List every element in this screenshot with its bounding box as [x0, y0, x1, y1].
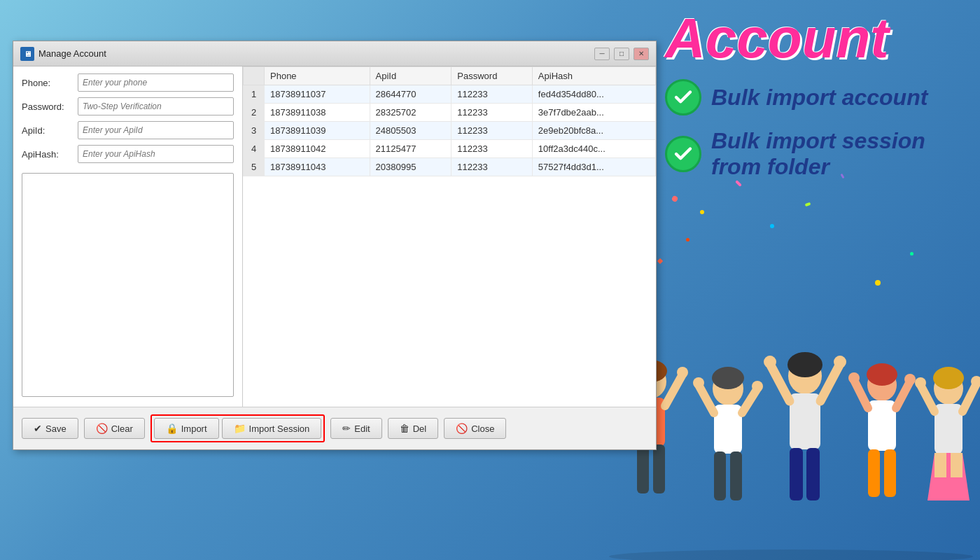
svg-rect-20	[790, 393, 820, 449]
clear-icon: 🚫	[96, 423, 108, 434]
svg-rect-5	[637, 444, 649, 493]
del-button[interactable]: 🗑 Del	[388, 418, 439, 439]
svg-point-25	[764, 356, 776, 368]
apihash-label: ApiHash:	[22, 149, 78, 160]
svg-rect-24	[806, 448, 820, 500]
col-num	[244, 67, 265, 85]
svg-line-4	[665, 374, 682, 406]
cell-apihash: 57527f4dd3d1...	[532, 158, 655, 176]
import-icon: 🔒	[166, 423, 178, 434]
table-row[interactable]: 4 18738911042 21125477 112233 10ff2a3dc4…	[244, 140, 656, 158]
feature-bulk-import: Bulk import account	[665, 79, 927, 115]
cell-num: 2	[244, 104, 265, 122]
cell-password: 112233	[451, 140, 533, 158]
form-panel: Phone: Password: ApiId: ApiHash:	[13, 66, 243, 407]
phone-input[interactable]	[78, 74, 234, 92]
col-apiid: ApiId	[370, 67, 451, 85]
svg-line-22	[820, 364, 840, 401]
window-app-icon: 🖥	[20, 47, 34, 61]
apihash-input[interactable]	[78, 145, 234, 163]
password-input[interactable]	[78, 97, 234, 115]
svg-rect-6	[653, 444, 665, 493]
svg-point-17	[752, 381, 763, 392]
svg-point-46	[609, 550, 973, 560]
cell-phone: 18738911043	[265, 158, 370, 176]
svg-line-12	[699, 385, 714, 413]
cell-apihash: 10ff2a3dc440c...	[532, 140, 655, 158]
window-controls: ─ □ ✕	[594, 48, 649, 60]
svg-point-34	[848, 372, 860, 384]
check-icon-2	[665, 136, 701, 172]
import-button[interactable]: 🔒 Import	[154, 418, 219, 439]
phone-row: Phone:	[22, 74, 234, 92]
cell-num: 1	[244, 85, 265, 104]
cell-apihash: fed4d354dd80...	[532, 85, 655, 104]
svg-rect-23	[790, 448, 803, 500]
cell-phone: 18738911037	[265, 85, 370, 104]
cell-num: 4	[244, 140, 265, 158]
check-icon-1	[665, 79, 701, 115]
svg-point-44	[915, 377, 926, 388]
svg-line-21	[770, 364, 790, 401]
svg-line-30	[854, 380, 868, 408]
cell-apiid: 28325702	[370, 104, 451, 122]
col-phone: Phone	[265, 67, 370, 85]
edit-icon: ✏	[342, 423, 351, 434]
cell-num: 3	[244, 122, 265, 140]
apiid-input[interactable]	[78, 121, 234, 139]
password-label: Password:	[22, 102, 78, 112]
phone-label: Phone:	[22, 78, 78, 88]
svg-point-26	[834, 356, 846, 368]
feature-bulk-session: Bulk import session from folder	[665, 128, 925, 180]
svg-line-31	[896, 382, 910, 408]
manage-account-window: 🖥 Manage Account ─ □ ✕ Phone: Password: …	[13, 41, 657, 450]
svg-rect-42	[934, 453, 946, 477]
account-title: Account	[665, 10, 889, 66]
svg-marker-41	[927, 453, 969, 500]
close-button[interactable]: 🚫 Close	[444, 418, 506, 439]
table-row[interactable]: 1 18738911037 28644770 112233 fed4d354dd…	[244, 85, 656, 104]
svg-rect-32	[868, 449, 880, 497]
svg-line-40	[962, 384, 976, 412]
maximize-button[interactable]: □	[614, 48, 629, 60]
close-icon: 🚫	[456, 423, 468, 434]
minimize-button[interactable]: ─	[594, 48, 610, 60]
cell-apiid: 21125477	[370, 140, 451, 158]
cell-phone: 18738911042	[265, 140, 370, 158]
svg-point-37	[933, 367, 964, 389]
apiid-label: ApiId:	[22, 125, 78, 136]
clear-button[interactable]: 🚫 Clear	[84, 418, 145, 439]
window-content: Phone: Password: ApiId: ApiHash:	[13, 66, 656, 407]
cell-password: 112233	[451, 85, 533, 104]
col-password: Password	[451, 67, 533, 85]
cell-apihash: 2e9eb20bfc8a...	[532, 122, 655, 140]
svg-rect-33	[884, 449, 896, 497]
import-session-button[interactable]: 📁 Import Session	[222, 418, 322, 439]
bulk-input-textarea[interactable]	[22, 173, 234, 397]
table-row[interactable]: 3 18738911039 24805503 112233 2e9eb20bfc…	[244, 122, 656, 140]
table-row[interactable]: 2 18738911038 28325702 112233 3e7f7dbe2a…	[244, 104, 656, 122]
svg-rect-11	[714, 405, 742, 454]
svg-point-35	[904, 374, 916, 385]
feature-text-1: Bulk import account	[711, 85, 927, 111]
cell-phone: 18738911038	[265, 104, 370, 122]
edit-button[interactable]: ✏ Edit	[330, 418, 382, 439]
svg-point-10	[712, 367, 744, 389]
save-button[interactable]: ✔ Save	[22, 418, 78, 439]
apihash-row: ApiHash:	[22, 145, 234, 163]
svg-rect-43	[951, 453, 962, 477]
svg-point-28	[867, 363, 897, 386]
apiid-row: ApiId:	[22, 121, 234, 139]
cell-password: 112233	[451, 104, 533, 122]
toolbar: ✔ Save 🚫 Clear 🔒 Import 📁 Import Session…	[13, 407, 656, 449]
cell-apiid: 28644770	[370, 85, 451, 104]
svg-line-39	[920, 385, 934, 412]
accounts-table: Phone ApiId Password ApiHash 1 187389110…	[243, 66, 656, 176]
table-row[interactable]: 5 18738911043 20380995 112233 57527f4dd3…	[244, 158, 656, 176]
import-session-icon: 📁	[234, 423, 246, 434]
password-row: Password:	[22, 97, 234, 115]
save-icon: ✔	[34, 423, 42, 434]
close-window-button[interactable]: ✕	[634, 48, 649, 60]
table-panel: Phone ApiId Password ApiHash 1 187389110…	[243, 66, 656, 407]
cell-apiid: 20380995	[370, 158, 451, 176]
